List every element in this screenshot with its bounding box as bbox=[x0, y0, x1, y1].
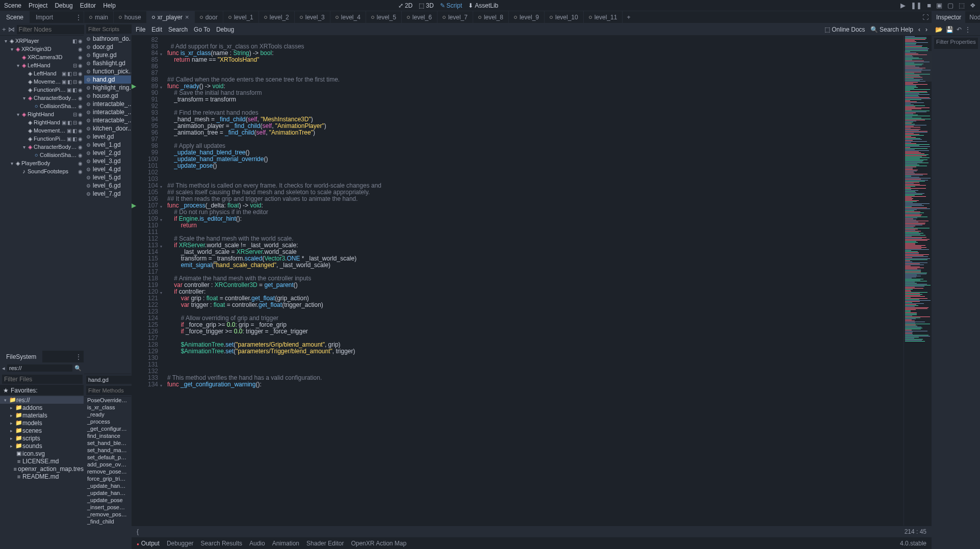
search-icon[interactable]: 🔍 bbox=[74, 365, 82, 372]
tree-node[interactable]: ◈ LeftHand ▣◧⊟◉ bbox=[0, 69, 84, 77]
open-icon[interactable]: 📂 bbox=[935, 26, 943, 33]
script-item[interactable]: ⚙level_5.gd bbox=[84, 173, 131, 181]
distraction-free-icon[interactable]: ⛶ bbox=[919, 14, 932, 21]
mode-2d-button[interactable]: ⤢ 2D bbox=[398, 2, 412, 9]
save-icon[interactable]: 💾 bbox=[946, 26, 953, 33]
file-item[interactable]: ▾ 📁 res:// bbox=[0, 396, 84, 404]
script-item[interactable]: ⚙level.gd bbox=[84, 133, 131, 141]
play-custom-button[interactable]: ▢ bbox=[947, 2, 953, 9]
file-item[interactable]: ≡ README.md bbox=[0, 473, 84, 480]
script-item[interactable]: ⚙figure.gd bbox=[84, 51, 131, 59]
method-item[interactable]: force_grip_trigger bbox=[84, 475, 131, 482]
menu-project[interactable]: Project bbox=[29, 2, 47, 9]
link-node-icon[interactable]: ⋈ bbox=[8, 25, 15, 33]
tree-node[interactable]: ▾ ◈ RightHand ⊟◉ bbox=[0, 110, 84, 118]
file-item[interactable]: ≡ openxr_action_map.tres bbox=[0, 465, 84, 473]
online-docs-button[interactable]: ⬚ Online Docs bbox=[824, 26, 865, 33]
method-item[interactable]: find_instance bbox=[84, 432, 131, 439]
fs-filter-input[interactable] bbox=[2, 375, 83, 384]
back-icon[interactable]: ◂ bbox=[2, 365, 5, 372]
tree-node[interactable]: ▾ ◈ PlayerBody ◉ bbox=[0, 159, 84, 167]
scene-tab-door[interactable]: door bbox=[195, 11, 223, 23]
method-item[interactable]: _process bbox=[84, 418, 131, 425]
scene-tab-xr_player[interactable]: xr_player× bbox=[147, 11, 195, 23]
minimap[interactable] bbox=[904, 36, 932, 526]
method-item[interactable]: _ready bbox=[84, 411, 131, 418]
script-list[interactable]: ⚙bathroom_do...⚙door.gd⚙figure.gd⚙flashl… bbox=[84, 35, 131, 374]
method-item[interactable]: _find_child bbox=[84, 518, 131, 525]
script-item[interactable]: ⚙kitchen_door... bbox=[84, 124, 131, 133]
script-item[interactable]: ⚙level_7.gd bbox=[84, 190, 131, 198]
tree-node[interactable]: ▾ ◈ LeftHand ⊟◉ bbox=[0, 61, 84, 69]
bottom-tab-audio[interactable]: Audio bbox=[249, 540, 265, 547]
script-item[interactable]: ⚙flashlight.gd bbox=[84, 59, 131, 67]
mode-script-button[interactable]: ✎ Script bbox=[440, 2, 462, 9]
menu-help[interactable]: Help bbox=[103, 2, 116, 9]
tree-node[interactable]: ◈ FunctionPickup ▣◧◉ bbox=[0, 135, 84, 143]
script-menu-search[interactable]: Search bbox=[168, 26, 188, 33]
file-item[interactable]: ▸ 📁 addons bbox=[0, 404, 84, 411]
tree-node[interactable]: ◈ MovementTurn ▣◧◉ bbox=[0, 126, 84, 135]
bottom-tab-openxr-action-map[interactable]: OpenXR Action Map bbox=[351, 540, 406, 547]
method-item[interactable]: PoseOverride._init bbox=[84, 397, 131, 404]
scene-tab[interactable]: Scene bbox=[0, 11, 30, 23]
panel-menu-icon[interactable]: ⋮ bbox=[73, 14, 84, 21]
file-item[interactable]: ▸ 📁 models bbox=[0, 419, 84, 427]
scene-tab-level_7[interactable]: level_7 bbox=[437, 11, 473, 23]
play-scene-button[interactable]: ▣ bbox=[936, 2, 942, 9]
mode-3d-button[interactable]: ⬚ 3D bbox=[419, 2, 433, 9]
nav-back-icon[interactable]: ‹ bbox=[918, 26, 920, 33]
file-tree[interactable]: ▾ 📁 res:// ▸ 📁 addons ▸ 📁 materials ▸ 📁 … bbox=[0, 395, 84, 549]
menu-scene[interactable]: Scene bbox=[4, 2, 21, 9]
bottom-tab-animation[interactable]: Animation bbox=[272, 540, 299, 547]
script-item[interactable]: ⚙interactable_... bbox=[84, 100, 131, 108]
script-item[interactable]: ⚙house.gd bbox=[84, 92, 131, 100]
script-item[interactable]: ⚙function_pick... bbox=[84, 67, 131, 75]
scene-tab-level_8[interactable]: level_8 bbox=[473, 11, 509, 23]
search-help-button[interactable]: 🔍 Search Help bbox=[870, 26, 913, 33]
tree-node[interactable]: ○ CollisionShape3D ◉ bbox=[0, 151, 84, 159]
script-item[interactable]: ⚙hand.gd bbox=[84, 75, 131, 84]
method-item[interactable]: _insert_pose_overri... bbox=[84, 504, 131, 511]
filesystem-tab[interactable]: FileSystem bbox=[0, 351, 42, 362]
method-item[interactable]: is_xr_class bbox=[84, 404, 131, 411]
mode-assetlib-button[interactable]: ⬇ AssetLib bbox=[468, 2, 498, 9]
add-node-icon[interactable]: + bbox=[2, 25, 6, 33]
history-icon[interactable]: ↶ bbox=[957, 26, 962, 33]
file-item[interactable]: ▸ 📁 scripts bbox=[0, 434, 84, 442]
tree-node[interactable]: ◈ MovementDirect ▣◧⊟◉ bbox=[0, 77, 84, 86]
add-tab-icon[interactable]: + bbox=[623, 14, 634, 21]
inspector-tab[interactable]: Inspector bbox=[932, 11, 965, 23]
method-list[interactable]: PoseOverride._initis_xr_class_ready_proc… bbox=[84, 396, 131, 549]
tree-node[interactable]: ○ CollisionShape3D ◉ bbox=[0, 102, 84, 110]
pause-button[interactable]: ❚❚ bbox=[911, 2, 922, 9]
menu-editor[interactable]: Editor bbox=[80, 2, 96, 9]
scene-tree[interactable]: ▾ ◈ XRPlayer ◧◉ ▾ ◈ XROrigin3D ◉ ◈ XRCam… bbox=[0, 36, 84, 350]
scene-tab-level_5[interactable]: level_5 bbox=[366, 11, 402, 23]
method-item[interactable]: add_pose_override bbox=[84, 461, 131, 468]
tree-node[interactable]: ▾ ◈ XRPlayer ◧◉ bbox=[0, 37, 84, 45]
inspector-filter[interactable]: Filter Properties bbox=[934, 38, 978, 49]
node-tab[interactable]: Node bbox=[965, 11, 980, 23]
script-item[interactable]: ⚙interactable_... bbox=[84, 116, 131, 124]
scene-tab-level_3[interactable]: level_3 bbox=[295, 11, 330, 23]
scene-tab-main[interactable]: main bbox=[84, 11, 114, 23]
render-button[interactable]: ⬚ bbox=[959, 2, 965, 9]
scene-tab-level_6[interactable]: level_6 bbox=[402, 11, 437, 23]
play-button[interactable]: ▶ bbox=[900, 2, 906, 9]
code-lines[interactable]: # Add support for is_xr_class on XRTools… bbox=[162, 36, 904, 526]
bottom-tab-search-results[interactable]: Search Results bbox=[201, 540, 242, 547]
tree-node[interactable]: ♪ SoundFootsteps ◉ bbox=[0, 167, 84, 175]
method-item[interactable]: set_hand_blend_tree bbox=[84, 439, 131, 447]
method-item[interactable]: _get_configuration... bbox=[84, 425, 131, 432]
file-item[interactable]: ▣ icon.svg bbox=[0, 450, 84, 457]
script-item[interactable]: ⚙door.gd bbox=[84, 43, 131, 51]
bottom-tab-output[interactable]: Output bbox=[137, 540, 160, 547]
code-editor[interactable]: 828384▾85868788▶89▾909192939495969798991… bbox=[132, 36, 932, 526]
file-item[interactable]: ▸ 📁 scenes bbox=[0, 427, 84, 434]
scene-tab-level_4[interactable]: level_4 bbox=[330, 11, 366, 23]
nav-fwd-icon[interactable]: › bbox=[925, 26, 927, 33]
script-menu-go to[interactable]: Go To bbox=[194, 26, 210, 33]
script-menu-file[interactable]: File bbox=[136, 26, 145, 33]
method-item[interactable]: set_default_pose bbox=[84, 454, 131, 461]
